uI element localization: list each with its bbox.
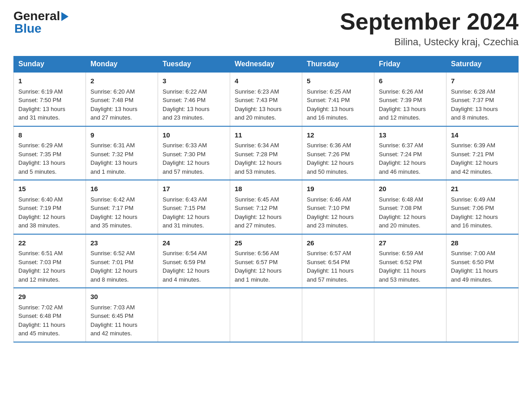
day-info: Sunrise: 6:45 AMSunset: 7:12 PMDaylight:… [235, 196, 282, 229]
day-number: 21 [451, 184, 514, 194]
day-number: 26 [307, 238, 369, 248]
day-number: 4 [235, 76, 297, 86]
day-info: Sunrise: 6:37 AMSunset: 7:24 PMDaylight:… [379, 142, 426, 175]
day-info: Sunrise: 6:57 AMSunset: 6:54 PMDaylight:… [307, 250, 354, 283]
table-row: 24 Sunrise: 6:54 AMSunset: 6:59 PMDaylig… [158, 234, 230, 288]
header-monday: Monday [86, 56, 158, 73]
table-row: 6 Sunrise: 6:26 AMSunset: 7:39 PMDayligh… [374, 72, 446, 126]
table-row [446, 288, 519, 342]
table-row [230, 288, 302, 342]
day-number: 16 [90, 184, 153, 194]
table-row: 20 Sunrise: 6:48 AMSunset: 7:08 PMDaylig… [374, 180, 446, 234]
day-number: 20 [379, 184, 442, 194]
day-info: Sunrise: 7:03 AMSunset: 6:45 PMDaylight:… [90, 304, 137, 337]
table-row: 10 Sunrise: 6:33 AMSunset: 7:30 PMDaylig… [158, 126, 230, 180]
table-row: 15 Sunrise: 6:40 AMSunset: 7:19 PMDaylig… [14, 180, 86, 234]
logo-blue-text: Blue [13, 21, 69, 36]
day-number: 12 [307, 130, 369, 141]
page-header: General Blue September 2024 Bilina, Uste… [13, 9, 519, 48]
day-number: 22 [18, 238, 81, 248]
day-number: 1 [18, 76, 81, 86]
header-tuesday: Tuesday [158, 56, 230, 73]
table-row [302, 288, 374, 342]
table-row: 27 Sunrise: 6:59 AMSunset: 6:52 PMDaylig… [374, 234, 446, 288]
table-row: 19 Sunrise: 6:46 AMSunset: 7:10 PMDaylig… [302, 180, 374, 234]
table-row: 11 Sunrise: 6:34 AMSunset: 7:28 PMDaylig… [230, 126, 302, 180]
table-row: 14 Sunrise: 6:39 AMSunset: 7:21 PMDaylig… [446, 126, 519, 180]
table-row: 21 Sunrise: 6:49 AMSunset: 7:06 PMDaylig… [446, 180, 519, 234]
table-row: 3 Sunrise: 6:22 AMSunset: 7:46 PMDayligh… [158, 72, 230, 126]
calendar-week-row: 8 Sunrise: 6:29 AMSunset: 7:35 PMDayligh… [14, 126, 519, 180]
day-number: 10 [163, 130, 225, 141]
day-info: Sunrise: 6:46 AMSunset: 7:10 PMDaylight:… [307, 196, 354, 229]
day-number: 5 [307, 76, 369, 86]
calendar-week-row: 29 Sunrise: 7:02 AMSunset: 6:48 PMDaylig… [14, 288, 519, 342]
table-row: 12 Sunrise: 6:36 AMSunset: 7:26 PMDaylig… [302, 126, 374, 180]
day-number: 15 [18, 184, 81, 194]
table-row: 26 Sunrise: 6:57 AMSunset: 6:54 PMDaylig… [302, 234, 374, 288]
table-row [374, 288, 446, 342]
header-thursday: Thursday [302, 56, 374, 73]
day-number: 27 [379, 238, 442, 248]
table-row: 2 Sunrise: 6:20 AMSunset: 7:48 PMDayligh… [86, 72, 158, 126]
day-number: 13 [379, 130, 442, 141]
day-info: Sunrise: 6:31 AMSunset: 7:32 PMDaylight:… [90, 142, 137, 175]
header-wednesday: Wednesday [230, 56, 302, 73]
table-row: 4 Sunrise: 6:23 AMSunset: 7:43 PMDayligh… [230, 72, 302, 126]
table-row: 5 Sunrise: 6:25 AMSunset: 7:41 PMDayligh… [302, 72, 374, 126]
day-number: 18 [235, 184, 297, 194]
day-info: Sunrise: 6:22 AMSunset: 7:46 PMDaylight:… [163, 88, 210, 121]
day-number: 7 [451, 76, 514, 86]
day-number: 11 [235, 130, 297, 141]
logo-arrow-icon [61, 12, 69, 21]
calendar-location: Bilina, Ustecky kraj, Czechia [340, 36, 519, 48]
table-row: 18 Sunrise: 6:45 AMSunset: 7:12 PMDaylig… [230, 180, 302, 234]
day-info: Sunrise: 6:51 AMSunset: 7:03 PMDaylight:… [18, 250, 65, 283]
day-info: Sunrise: 7:00 AMSunset: 6:50 PMDaylight:… [451, 250, 498, 283]
day-info: Sunrise: 6:19 AMSunset: 7:50 PMDaylight:… [18, 88, 65, 121]
header-sunday: Sunday [14, 56, 86, 73]
day-number: 17 [163, 184, 225, 194]
table-row: 7 Sunrise: 6:28 AMSunset: 7:37 PMDayligh… [446, 72, 519, 126]
table-row: 8 Sunrise: 6:29 AMSunset: 7:35 PMDayligh… [14, 126, 86, 180]
table-row: 16 Sunrise: 6:42 AMSunset: 7:17 PMDaylig… [86, 180, 158, 234]
day-info: Sunrise: 6:40 AMSunset: 7:19 PMDaylight:… [18, 196, 65, 229]
day-info: Sunrise: 6:25 AMSunset: 7:41 PMDaylight:… [307, 88, 354, 121]
day-info: Sunrise: 6:48 AMSunset: 7:08 PMDaylight:… [379, 196, 426, 229]
day-number: 23 [90, 238, 153, 248]
day-info: Sunrise: 6:56 AMSunset: 6:57 PMDaylight:… [235, 250, 282, 283]
title-block: September 2024 Bilina, Ustecky kraj, Cze… [340, 9, 519, 48]
table-row: 30 Sunrise: 7:03 AMSunset: 6:45 PMDaylig… [86, 288, 158, 342]
calendar-title: September 2024 [340, 9, 519, 34]
table-row: 28 Sunrise: 7:00 AMSunset: 6:50 PMDaylig… [446, 234, 519, 288]
day-info: Sunrise: 6:20 AMSunset: 7:48 PMDaylight:… [90, 88, 137, 121]
day-info: Sunrise: 6:49 AMSunset: 7:06 PMDaylight:… [451, 196, 498, 229]
table-row: 23 Sunrise: 6:52 AMSunset: 7:01 PMDaylig… [86, 234, 158, 288]
day-info: Sunrise: 6:52 AMSunset: 7:01 PMDaylight:… [90, 250, 137, 283]
day-info: Sunrise: 6:39 AMSunset: 7:21 PMDaylight:… [451, 142, 498, 175]
table-row: 25 Sunrise: 6:56 AMSunset: 6:57 PMDaylig… [230, 234, 302, 288]
day-info: Sunrise: 6:43 AMSunset: 7:15 PMDaylight:… [163, 196, 210, 229]
calendar-week-row: 22 Sunrise: 6:51 AMSunset: 7:03 PMDaylig… [14, 234, 519, 288]
day-info: Sunrise: 7:02 AMSunset: 6:48 PMDaylight:… [18, 304, 65, 337]
day-info: Sunrise: 6:36 AMSunset: 7:26 PMDaylight:… [307, 142, 354, 175]
day-number: 14 [451, 130, 514, 141]
table-row: 17 Sunrise: 6:43 AMSunset: 7:15 PMDaylig… [158, 180, 230, 234]
day-number: 2 [90, 76, 153, 86]
day-info: Sunrise: 6:33 AMSunset: 7:30 PMDaylight:… [163, 142, 210, 175]
calendar-week-row: 15 Sunrise: 6:40 AMSunset: 7:19 PMDaylig… [14, 180, 519, 234]
day-number: 6 [379, 76, 442, 86]
calendar-header-row: Sunday Monday Tuesday Wednesday Thursday… [14, 56, 519, 73]
day-number: 25 [235, 238, 297, 248]
day-info: Sunrise: 6:23 AMSunset: 7:43 PMDaylight:… [235, 88, 282, 121]
day-number: 29 [18, 292, 81, 302]
day-number: 24 [163, 238, 225, 248]
day-info: Sunrise: 6:29 AMSunset: 7:35 PMDaylight:… [18, 142, 65, 175]
day-number: 19 [307, 184, 369, 194]
logo: General Blue [13, 9, 69, 36]
header-saturday: Saturday [446, 56, 519, 73]
header-friday: Friday [374, 56, 446, 73]
day-number: 3 [163, 76, 225, 86]
day-info: Sunrise: 6:26 AMSunset: 7:39 PMDaylight:… [379, 88, 426, 121]
table-row [158, 288, 230, 342]
